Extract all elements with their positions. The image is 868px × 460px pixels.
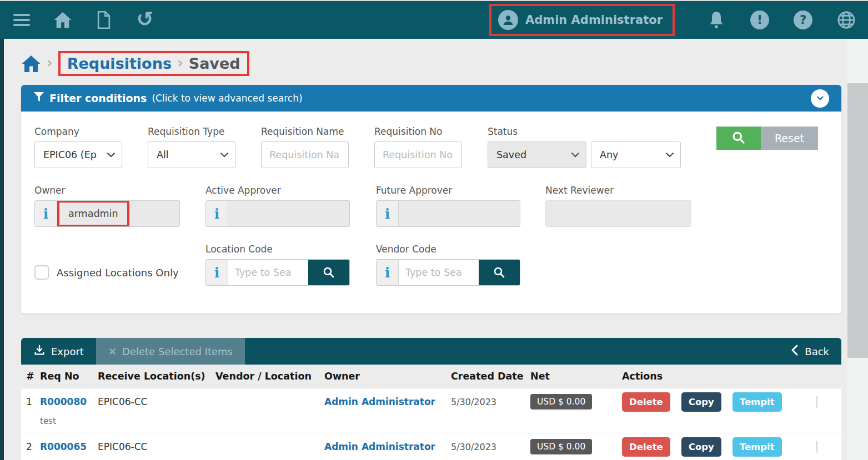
user-menu[interactable]: Admin Administrator <box>489 4 675 36</box>
help-icon[interactable]: ? <box>794 11 812 29</box>
company-select[interactable]: EPIC06 (Ep <box>34 141 122 168</box>
chevron-down-icon <box>107 149 116 160</box>
filter-row-3: Assigned Locations Only Location Code i … <box>34 244 828 286</box>
copy-button[interactable]: Copy <box>681 437 721 457</box>
requisition-type-value: All <box>157 149 169 160</box>
home-icon[interactable] <box>53 11 72 29</box>
breadcrumb-separator: › <box>47 54 53 71</box>
col-net: Net <box>530 371 622 382</box>
location-code-info-icon[interactable]: i <box>206 260 228 285</box>
assigned-locations-label: Assigned Locations Only <box>57 267 179 279</box>
future-approver-info-icon[interactable]: i <box>377 201 399 226</box>
receive-location-cell: EPIC06-CC <box>98 441 215 452</box>
company-select-value: EPIC06 (Ep <box>43 149 97 160</box>
active-approver-info-icon[interactable]: i <box>206 201 228 226</box>
search-icon <box>731 130 746 146</box>
filter-panel-header[interactable]: Filter conditions (Click to view advance… <box>21 85 841 112</box>
back-button[interactable]: Back <box>778 338 841 365</box>
table-toolbar: Export ✕ Delete Selected Items Back <box>21 338 841 365</box>
notifications-bell-icon[interactable] <box>707 11 726 29</box>
search-button[interactable] <box>716 127 761 150</box>
row-note: test <box>21 415 841 433</box>
status-label: Status <box>488 126 681 137</box>
export-button[interactable]: Export <box>21 338 96 365</box>
col-receive-locations: Receive Location(s) <box>98 371 215 382</box>
table-row: 2 R000065 EPIC06-CC Admin Administrator … <box>21 433 841 460</box>
page-scrollbar[interactable] <box>847 39 868 460</box>
vendor-code-search-button[interactable] <box>479 260 520 285</box>
language-globe-icon[interactable] <box>837 11 856 29</box>
breadcrumb-requisitions[interactable]: Requisitions <box>67 55 172 72</box>
delete-button[interactable]: Delete <box>622 437 670 457</box>
tempit-button[interactable]: Tempit <box>732 392 782 412</box>
table-row: 1 R000080 EPIC06-CC Admin Administrator … <box>21 388 841 433</box>
results-table-panel: Export ✕ Delete Selected Items Back # Re… <box>21 338 841 460</box>
delete-button[interactable]: Delete <box>622 392 670 412</box>
row-number: 2 <box>26 441 40 452</box>
breadcrumb-saved: Saved <box>189 55 240 72</box>
scrollbar-thumb[interactable] <box>847 83 868 358</box>
export-label: Export <box>51 346 84 357</box>
chevron-down-icon <box>665 149 674 160</box>
vendor-code-label: Vendor Code <box>376 244 520 255</box>
future-approver-field[interactable]: i <box>376 200 520 227</box>
chevron-down-icon <box>571 149 580 160</box>
col-created-date: Created Date <box>451 371 530 382</box>
col-owner: Owner <box>324 371 451 382</box>
req-no-link[interactable]: R000065 <box>40 441 98 452</box>
col-actions: Actions <box>622 371 816 382</box>
history-icon[interactable]: ↺ <box>136 11 154 29</box>
col-vendor-location: Vendor / Location <box>215 371 324 382</box>
filter-subtitle: (Click to view advanced search) <box>152 93 302 104</box>
owner-link[interactable]: Admin Administrator <box>324 441 451 452</box>
active-approver-field[interactable]: i <box>205 200 350 227</box>
filter-row-2: Owner i armadmin Active Approver i <box>34 185 828 227</box>
req-no-link[interactable]: R000080 <box>40 396 98 407</box>
next-reviewer-field[interactable] <box>545 200 691 227</box>
row-checkbox[interactable] <box>816 396 817 408</box>
document-icon[interactable] <box>94 11 113 29</box>
location-code-input[interactable] <box>228 260 308 285</box>
breadcrumb-home-icon[interactable] <box>21 54 41 73</box>
vendor-code-input[interactable] <box>399 260 479 285</box>
assigned-locations-checkbox[interactable] <box>34 265 49 280</box>
requisition-no-label: Requisition No <box>374 126 462 137</box>
left-edge-strip <box>0 39 4 460</box>
active-approver-label: Active Approver <box>205 185 350 196</box>
vendor-code-info-icon[interactable]: i <box>377 260 399 285</box>
back-label: Back <box>805 346 829 357</box>
next-reviewer-label: Next Reviewer <box>545 185 691 196</box>
created-date-cell: 5/30/2023 <box>451 397 530 407</box>
hamburger-menu-icon[interactable] <box>12 11 31 29</box>
tempit-button[interactable]: Tempit <box>732 437 782 457</box>
row-checkbox[interactable] <box>816 441 817 453</box>
alerts-icon[interactable]: ! <box>750 11 769 29</box>
collapse-panel-button[interactable] <box>811 89 829 108</box>
filter-body: Reset Company EPIC06 (Ep Requisition Typ… <box>21 112 841 314</box>
status-any-select[interactable]: Any <box>591 141 681 168</box>
owner-info-icon[interactable]: i <box>35 201 57 226</box>
requisition-type-select[interactable]: All <box>148 141 235 168</box>
user-name-label: Admin Administrator <box>525 13 663 27</box>
owner-value-annotation: armadmin <box>57 200 129 227</box>
main-content: › Requisitions › Saved Filter conditions… <box>4 39 847 460</box>
requisition-type-label: Requisition Type <box>148 126 235 137</box>
requisition-no-input[interactable] <box>374 141 462 168</box>
chevron-down-icon <box>220 149 229 160</box>
col-num: # <box>26 371 40 382</box>
owner-field[interactable]: i armadmin <box>34 200 180 227</box>
breadcrumb-annotation-box: Requisitions › Saved <box>58 51 249 76</box>
future-approver-label: Future Approver <box>376 185 520 196</box>
copy-button[interactable]: Copy <box>681 392 721 412</box>
receive-location-cell: EPIC06-CC <box>98 396 215 407</box>
status-select[interactable]: Saved <box>488 141 586 168</box>
location-code-search-button[interactable] <box>308 260 349 285</box>
status-any-value: Any <box>600 149 618 160</box>
requisition-name-input[interactable] <box>261 141 349 168</box>
filter-title: Filter conditions <box>49 92 147 104</box>
delete-selected-button[interactable]: ✕ Delete Selected Items <box>96 338 245 365</box>
owner-link[interactable]: Admin Administrator <box>324 396 451 407</box>
reset-button[interactable]: Reset <box>761 127 818 150</box>
col-req-no: Req No <box>40 371 98 382</box>
filter-row-1: Company EPIC06 (Ep Requisition Type All … <box>34 126 828 168</box>
